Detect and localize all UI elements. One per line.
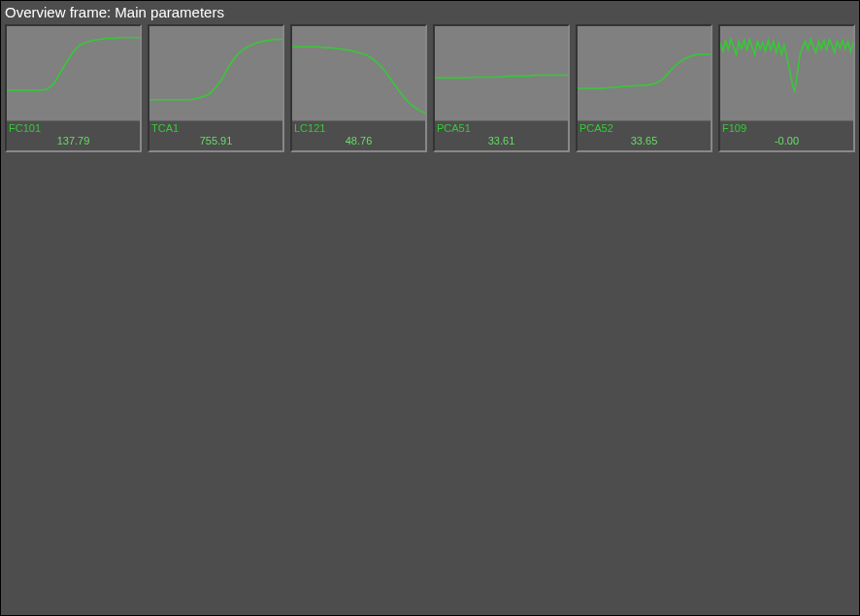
tile-footer: TCA1 755.91	[149, 121, 282, 150]
chart-fc101	[7, 26, 140, 121]
tile-label: PCA51	[437, 122, 566, 135]
chart-tca1	[149, 26, 282, 121]
tile-footer: LC121 48.76	[292, 121, 425, 150]
tile-tca1[interactable]: TCA1 755.91	[148, 24, 284, 152]
tile-lc121[interactable]: LC121 48.76	[290, 24, 427, 152]
tile-value: 33.65	[579, 135, 709, 147]
tile-pca52[interactable]: PCA52 33.65	[576, 24, 712, 152]
sparkline-icon	[578, 26, 711, 120]
tile-pca51[interactable]: PCA51 33.61	[433, 24, 570, 152]
sparkline-icon	[720, 26, 853, 120]
tiles-container: FC101 137.79 TCA1 755.91 LC121 48.76 PCA…	[1, 22, 859, 154]
title-text: Overview frame: Main parameters	[5, 4, 224, 20]
sparkline-icon	[149, 26, 282, 120]
tile-value: 137.79	[9, 135, 138, 147]
tile-label: F109	[722, 122, 851, 135]
tile-label: PCA52	[579, 122, 709, 135]
tile-value: -0.00	[722, 135, 851, 147]
chart-lc121	[292, 26, 425, 121]
tile-label: FC101	[9, 122, 138, 135]
tile-f109[interactable]: F109 -0.00	[718, 24, 855, 152]
chart-pca52	[578, 26, 711, 121]
tile-footer: PCA51 33.61	[435, 121, 568, 150]
tile-footer: PCA52 33.65	[578, 121, 711, 150]
page-title: Overview frame: Main parameters	[1, 1, 859, 22]
sparkline-icon	[7, 26, 140, 120]
sparkline-icon	[292, 26, 425, 120]
tile-value: 33.61	[437, 135, 566, 147]
sparkline-icon	[435, 26, 568, 120]
tile-label: LC121	[294, 122, 423, 135]
tile-fc101[interactable]: FC101 137.79	[5, 24, 142, 152]
tile-footer: FC101 137.79	[7, 121, 140, 150]
tile-footer: F109 -0.00	[720, 121, 853, 150]
tile-value: 48.76	[294, 135, 423, 147]
tile-value: 755.91	[151, 135, 281, 147]
chart-f109	[720, 26, 853, 121]
chart-pca51	[435, 26, 568, 121]
tile-label: TCA1	[151, 122, 281, 135]
